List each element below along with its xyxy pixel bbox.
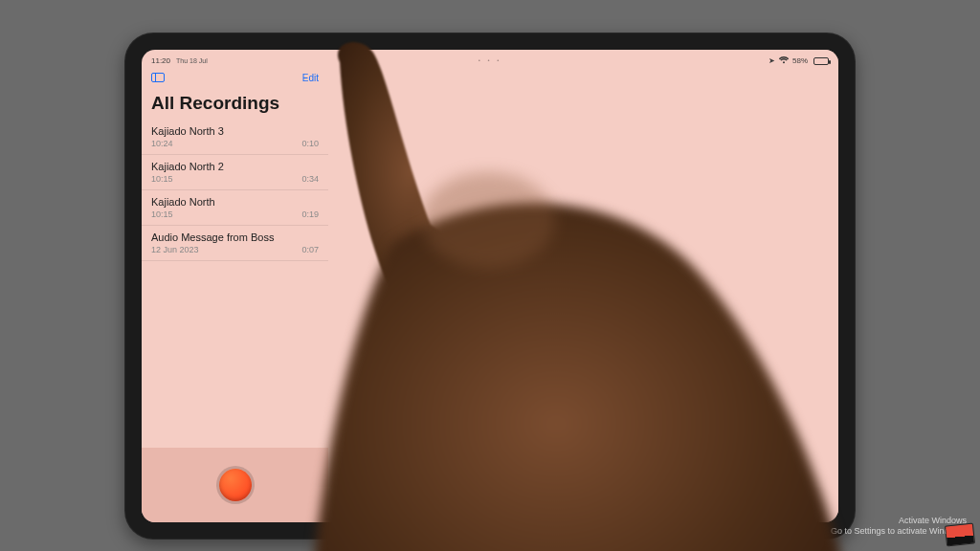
recording-name: Kajiado North [151,196,319,208]
ipad-screen: • • • 11:20 Thu 18 Jul ➤ 58% Edit All Re… [142,50,838,522]
recording-time: 12 Jun 2023 [151,245,199,254]
recording-time: 10:24 [151,139,173,148]
location-icon: ➤ [768,56,775,65]
detail-pane [328,50,838,522]
recordings-list: Kajiado North 3 10:24 0:10 Kajiado North… [142,120,328,448]
recording-name: Audio Message from Boss [151,231,319,243]
recording-name: Kajiado North 3 [151,125,319,137]
ipad-device-frame: • • • 11:20 Thu 18 Jul ➤ 58% Edit All Re… [124,33,856,540]
recordings-sidebar: Edit All Recordings Kajiado North 3 10:2… [142,50,328,522]
recording-row[interactable]: Audio Message from Boss 12 Jun 2023 0:07 [142,226,328,261]
recording-row[interactable]: Kajiado North 2 10:15 0:34 [142,155,328,190]
record-button[interactable] [219,469,252,501]
home-indicator[interactable] [437,514,543,518]
wifi-icon [779,56,789,66]
status-time: 11:20 [151,56,170,65]
recording-name: Kajiado North 2 [151,161,319,172]
recording-time: 10:15 [151,174,173,184]
recording-time: 10:15 [151,209,173,219]
sidebar-toggle-icon[interactable] [151,73,165,82]
recording-duration: 0:10 [301,139,319,148]
recording-duration: 0:07 [301,245,319,254]
channel-logo-icon [945,522,975,546]
edit-button[interactable]: Edit [302,73,319,83]
recording-duration: 0:34 [301,174,319,184]
status-bar: 11:20 Thu 18 Jul ➤ 58% [142,50,838,69]
page-title: All Recordings [142,87,328,120]
battery-icon [813,57,829,65]
recording-duration: 0:19 [301,209,319,219]
recording-row[interactable]: Kajiado North 10:15 0:19 [142,190,328,226]
record-button-area [142,448,328,522]
status-date: Thu 18 Jul [176,57,208,64]
recording-row[interactable]: Kajiado North 3 10:24 0:10 [142,120,328,155]
battery-percent: 58% [792,56,808,65]
